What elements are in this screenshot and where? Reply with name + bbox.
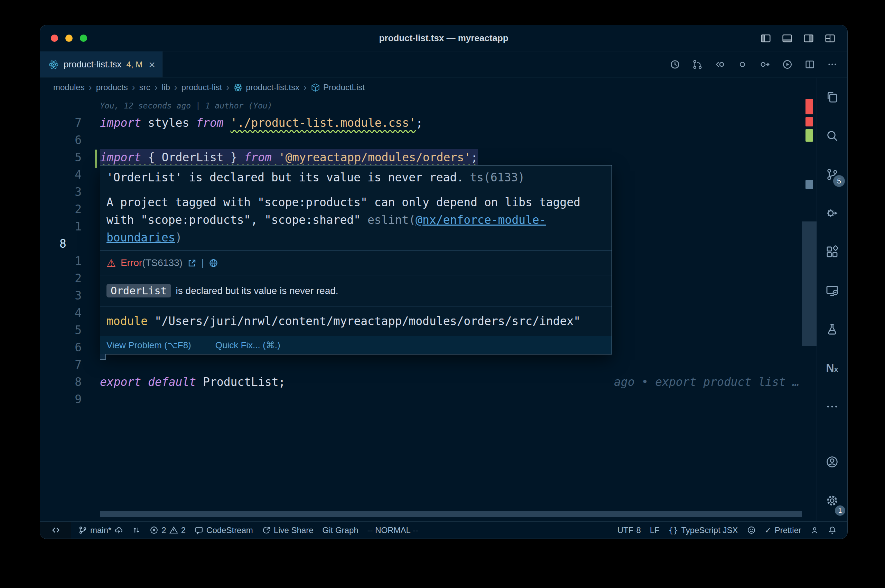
line-number[interactable]: 8 [40,374,81,391]
git-sync-button[interactable] [128,522,145,538]
main-area: modules › products › src › lib › product… [40,78,847,521]
nav-back-icon[interactable] [715,59,725,70]
line-number[interactable]: 6 [40,132,81,149]
run-file-icon[interactable] [782,59,793,70]
gitlens-codelens[interactable]: You, 12 seconds ago | 1 author (You) [100,97,272,114]
timeline-icon[interactable] [670,59,680,70]
line-number[interactable]: 7 [40,114,81,132]
code-line[interactable]: 6 [40,132,817,149]
branch-status[interactable]: main* [74,522,128,538]
close-window-button[interactable] [51,34,58,42]
nav-circle-icon[interactable] [737,59,748,70]
overview-ruler[interactable] [802,97,817,521]
line-number[interactable]: 5 [40,149,81,166]
notifications-status[interactable] [823,522,841,538]
code-line[interactable]: 7 [40,356,817,374]
code-text[interactable]: import { OrderList } from '@myreactapp/m… [100,149,478,166]
live-share-status[interactable]: Live Share [258,522,318,538]
git-graph-status[interactable]: Git Graph [318,522,363,538]
eol-status[interactable]: LF [645,522,664,538]
tab-product-list[interactable]: product-list.tsx 4, M × [40,51,162,77]
horizontal-scrollbar-thumb[interactable] [100,511,802,517]
pull-request-icon[interactable] [692,59,703,70]
code-text[interactable]: import styles from './product-list.modul… [100,114,423,132]
breadcrumb-item-symbol[interactable]: ProductList [311,82,365,92]
tab-close-icon[interactable]: × [149,59,155,70]
line-number[interactable]: 3 [40,183,81,201]
activity-explorer[interactable] [817,78,847,116]
vertical-scrollbar-thumb[interactable] [802,222,817,346]
overview-error-mark [805,117,813,126]
code-text[interactable]: export default ProductList; [100,374,285,391]
activity-nx-console[interactable]: Nx [817,349,847,387]
nav-forward-icon[interactable] [760,59,770,70]
line-number[interactable]: 6 [40,339,81,356]
line-number[interactable]: 7 [40,356,81,374]
line-number[interactable]: 3 [40,287,81,304]
minimize-window-button[interactable] [65,34,73,42]
hover-resize-handle[interactable] [100,354,106,360]
git-branch-icon [78,526,87,534]
activity-source-control[interactable]: 5 [817,155,847,194]
remote-indicator[interactable] [40,522,71,538]
activity-search[interactable] [817,116,847,155]
breadcrumb-item-src[interactable]: src [139,82,150,92]
activity-account[interactable] [817,442,847,481]
toggle-panel-icon[interactable] [781,33,793,44]
current-line-number[interactable]: 8 [40,235,81,252]
error-count-icon [150,526,158,534]
code-line[interactable]: 7 import styles from './product-list.mod… [40,114,817,132]
more-actions-icon[interactable] [827,59,838,70]
problems-status[interactable]: 2 2 [145,522,190,538]
line-number[interactable]: 4 [40,166,81,183]
overview-error-mark [805,99,813,114]
encoding-status[interactable]: UTF-8 [613,522,645,538]
diagnostic-text: with "scope:products", "scope:shared" [107,213,368,226]
breadcrumb-item-modules[interactable]: modules [53,82,85,92]
selected-import-statement: import { OrderList } from '@myreactapp/m… [100,149,478,166]
breadcrumb-item-lib[interactable]: lib [162,82,170,92]
feedback-status[interactable] [806,522,823,538]
zoom-window-button[interactable] [80,34,87,42]
line-number[interactable]: 1 [40,218,81,235]
prettier-status[interactable]: ✓ Prettier [760,522,806,538]
toggle-sidebar-left-icon[interactable] [760,33,771,44]
line-number[interactable]: 2 [40,270,81,287]
breadcrumb-item-file[interactable]: product-list.tsx [233,82,299,92]
globe-icon[interactable] [209,258,218,268]
nx-rule-link[interactable]: @nx/enforce-module- [416,213,546,226]
line-number[interactable]: 4 [40,304,81,322]
open-external-icon[interactable] [187,258,197,268]
toggle-sidebar-right-icon[interactable] [803,33,814,44]
breadcrumb-separator: › [174,82,177,93]
view-problem-button[interactable]: View Problem (⌥F8) [107,340,191,351]
activity-remote-explorer[interactable] [817,271,847,310]
language-status[interactable]: {} TypeScript JSX [664,522,742,538]
activity-testing[interactable] [817,310,847,349]
whitespace [196,375,203,388]
code-line[interactable]: 5 import { OrderList } from '@myreactapp… [40,149,817,166]
vim-mode-label: -- NORMAL -- [368,525,418,535]
symbol-cube-icon [311,83,320,92]
activity-settings[interactable]: 1 [817,481,847,520]
activity-extensions[interactable] [817,232,847,271]
activity-more-views[interactable] [817,387,847,426]
line-number[interactable]: 2 [40,201,81,218]
code-line[interactable]: 9 [40,391,817,408]
code-editor[interactable]: You, 12 seconds ago | 1 author (You) 7 i… [40,97,817,521]
customize-layout-icon[interactable] [825,33,835,44]
vim-mode-status[interactable]: -- NORMAL -- [363,522,423,538]
breadcrumb-item-products[interactable]: products [96,82,128,92]
activity-run-tasks[interactable] [817,194,847,232]
split-editor-icon[interactable] [804,59,815,70]
nx-rule-link[interactable]: boundaries [107,231,175,244]
codestream-status[interactable]: CodeStream [190,522,258,538]
eol-label: LF [650,525,660,535]
github-status[interactable] [742,522,760,538]
line-number[interactable]: 9 [40,391,81,408]
quick-fix-button[interactable]: Quick Fix... (⌘.) [215,340,280,351]
line-number[interactable]: 1 [40,252,81,270]
breadcrumb-item-product-list-dir[interactable]: product-list [182,82,222,92]
line-number[interactable]: 5 [40,322,81,339]
error-header-row: ⚠ Error(TS6133) | [100,251,612,275]
